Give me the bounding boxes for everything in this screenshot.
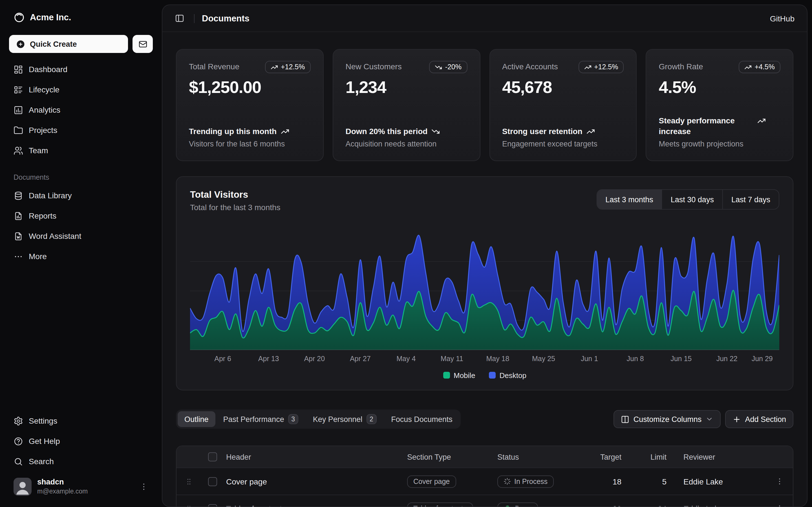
stat-value: 1,234 [346, 78, 467, 97]
search-icon [13, 457, 23, 466]
section-tabs-row: Outline Past Performance 3 Key Personnel… [176, 409, 794, 429]
sidebar-item-word-assistant[interactable]: Word Assistant [9, 228, 153, 244]
drag-handle[interactable] [176, 477, 201, 485]
sidebar-item-data-library[interactable]: Data Library [9, 187, 153, 204]
range-last-7-days[interactable]: Last 7 days [722, 190, 779, 209]
tab-focus-documents[interactable]: Focus Documents [384, 411, 459, 427]
github-link[interactable]: GitHub [770, 14, 795, 23]
divider [194, 14, 195, 23]
sidebar-item-analytics[interactable]: Analytics [9, 101, 153, 118]
sidebar-item-more[interactable]: More [9, 248, 153, 265]
row-header-cell[interactable]: Cover page [224, 477, 405, 486]
panel-left-icon [175, 13, 185, 23]
users-icon [13, 146, 23, 155]
chart-subtitle: Total for the last 3 months [190, 203, 281, 212]
add-section-button[interactable]: Add Section [725, 410, 794, 428]
range-last-3-months[interactable]: Last 3 months [597, 190, 662, 209]
dashboard-icon [13, 64, 23, 74]
target-cell[interactable]: 29 [585, 504, 636, 506]
brand-name: Acme Inc. [30, 12, 71, 22]
sidebar-section-documents-label: Documents [9, 173, 153, 181]
circle-plus-icon [16, 39, 26, 49]
stat-label: Growth Rate [659, 61, 703, 71]
stat-card-growth-rate: Growth Rate +4.5% 4.5% Steady performanc… [646, 49, 794, 161]
chart-title: Total Visitors [190, 189, 281, 200]
brand-logo-icon [13, 12, 25, 23]
row-checkbox[interactable] [208, 477, 217, 486]
legend-item-desktop: Desktop [489, 371, 526, 380]
lifecycle-icon [13, 85, 23, 94]
stat-card-total-revenue: Total Revenue +12.5% $1,250.00 Trending … [176, 49, 324, 161]
stat-card-active-accounts: Active Accounts +12.5% 45,678 Strong use… [489, 49, 637, 161]
status-badge: In Process [497, 475, 554, 488]
sidebar-item-settings[interactable]: Settings [9, 412, 153, 429]
report-icon [13, 211, 23, 221]
trending-up-icon [744, 63, 752, 71]
row-checkbox[interactable] [208, 504, 217, 506]
stat-value: 4.5% [659, 78, 781, 97]
trend-badge: +12.5% [265, 61, 311, 73]
file-word-icon [13, 231, 23, 241]
user-name: shadcn [37, 478, 134, 488]
chart-legend: Mobile Desktop [190, 371, 779, 380]
chart-range-toggle-group: Last 3 months Last 30 days Last 7 days [596, 189, 779, 210]
tab-past-performance[interactable]: Past Performance 3 [216, 411, 305, 427]
sidebar-footer-nav: Settings Get Help Search [9, 412, 153, 470]
legend-swatch [443, 372, 450, 379]
section-tabs: Outline Past Performance 3 Key Personnel… [176, 409, 461, 429]
quick-create-button[interactable]: Quick Create [9, 35, 128, 53]
trending-up-icon [587, 126, 595, 136]
sidebar-item-get-help[interactable]: Get Help [9, 433, 153, 450]
sidebar-item-lifecycle[interactable]: Lifecycle [9, 81, 153, 98]
dots-vertical-icon [139, 482, 148, 491]
sidebar-item-reports[interactable]: Reports [9, 207, 153, 224]
stat-label: Active Accounts [502, 61, 558, 71]
avatar [13, 478, 32, 496]
col-limit: Limit [636, 453, 681, 461]
drag-handle[interactable] [176, 504, 201, 506]
dots-icon [13, 251, 23, 261]
select-all-checkbox[interactable] [208, 452, 217, 461]
sidebar: Acme Inc. Quick Create Dashboard [0, 0, 162, 507]
section-type-badge: Table of contents [407, 502, 473, 506]
tab-key-personnel[interactable]: Key Personnel 2 [306, 411, 384, 427]
trend-badge: +12.5% [578, 61, 624, 73]
table-row: Table of contents Table of contents Done… [176, 495, 793, 506]
limit-cell[interactable]: 24 [636, 504, 681, 506]
folder-icon [13, 125, 23, 135]
columns-icon [621, 415, 629, 424]
tab-outline[interactable]: Outline [177, 411, 215, 427]
trending-down-icon [432, 126, 440, 136]
inbox-mail-button[interactable] [133, 35, 153, 53]
col-header: Header [224, 453, 405, 461]
target-cell[interactable]: 18 [585, 477, 636, 486]
plus-icon [732, 415, 741, 424]
sidebar-documents-nav: Data Library Reports Word Assistant More [9, 187, 153, 265]
col-section-type: Section Type [405, 453, 495, 461]
main-panel: Documents GitHub Total Revenue +12.5% $1… [162, 4, 808, 507]
customize-columns-button[interactable]: Customize Columns [614, 410, 721, 428]
user-menu[interactable]: shadcn m@example.com [9, 474, 153, 499]
analytics-icon [13, 105, 23, 115]
sidebar-toggle-button[interactable] [172, 11, 187, 25]
stat-value: 45,678 [502, 78, 624, 97]
trending-up-icon [281, 126, 289, 136]
trending-up-icon [584, 63, 591, 71]
row-header-cell[interactable]: Table of contents [224, 504, 405, 506]
stat-cards: Total Revenue +12.5% $1,250.00 Trending … [176, 49, 794, 161]
brand[interactable]: Acme Inc. [9, 7, 153, 28]
range-last-30-days[interactable]: Last 30 days [662, 190, 722, 209]
table-row: Cover page Cover page In Process 18 5 Ed… [176, 467, 793, 495]
loader-icon [504, 478, 511, 485]
sidebar-item-search[interactable]: Search [9, 453, 153, 470]
limit-cell[interactable]: 5 [636, 477, 681, 486]
row-menu-button[interactable] [768, 477, 791, 486]
stat-label: Total Revenue [189, 61, 239, 71]
sidebar-item-projects[interactable]: Projects [9, 122, 153, 138]
row-menu-button[interactable] [768, 504, 791, 506]
col-status: Status [495, 453, 585, 461]
sidebar-item-dashboard[interactable]: Dashboard [9, 61, 153, 78]
database-icon [13, 191, 23, 200]
sidebar-item-team[interactable]: Team [9, 142, 153, 159]
main-content: Total Revenue +12.5% $1,250.00 Trending … [162, 32, 807, 506]
